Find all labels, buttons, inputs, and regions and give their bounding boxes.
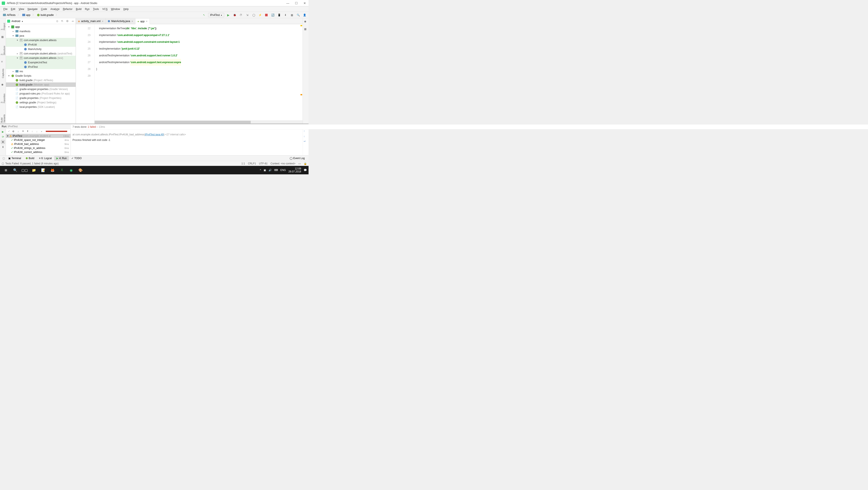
- attach-button[interactable]: ⇲: [245, 13, 250, 18]
- sdk-button[interactable]: ⬇: [283, 13, 288, 18]
- menu-view[interactable]: View: [17, 7, 26, 11]
- instant-run-button[interactable]: ⚡: [258, 13, 262, 18]
- menu-run[interactable]: Run: [83, 7, 91, 11]
- device-explorer-strip-icon[interactable]: ▦: [304, 28, 308, 31]
- excel-button[interactable]: X: [58, 167, 66, 173]
- tree-settings-gradle[interactable]: settings.gradle(Project Settings): [6, 100, 76, 105]
- dump-button[interactable]: ⬇: [1, 145, 5, 149]
- editor-content[interactable]: 22 23 24 25 26 27 28 29 implementation f…: [76, 24, 303, 121]
- tree-ipv4test[interactable]: IPv4Test: [6, 65, 76, 69]
- tray-language[interactable]: ENG: [280, 169, 286, 172]
- lock-icon[interactable]: 🔒: [304, 162, 307, 165]
- captures-strip-icon[interactable]: ◉: [1, 83, 5, 86]
- show-ignored-button[interactable]: ◐: [11, 129, 16, 133]
- chevron-down-icon[interactable]: [22, 20, 23, 23]
- crumb-module[interactable]: app: [21, 13, 32, 17]
- user-icon[interactable]: 👤: [302, 13, 307, 18]
- menu-edit[interactable]: Edit: [9, 7, 17, 11]
- minimize-button[interactable]: —: [286, 1, 290, 5]
- notepad-button[interactable]: 📝: [39, 167, 48, 173]
- error-stripe[interactable]: [300, 24, 303, 121]
- editor-tab-activity-main[interactable]: activity_main.xml✕: [76, 19, 106, 24]
- avd-button[interactable]: 📱: [277, 13, 281, 18]
- scrollbar-thumb[interactable]: [94, 121, 251, 124]
- tray-keyboard-icon[interactable]: ⌨: [274, 169, 278, 172]
- prev-failed-button[interactable]: ↑: [30, 129, 34, 133]
- menu-help[interactable]: Help: [122, 7, 130, 11]
- tray-notifications-icon[interactable]: 💬: [304, 169, 307, 172]
- menu-code[interactable]: Code: [39, 7, 49, 11]
- tray-chevron-icon[interactable]: ^: [260, 169, 261, 172]
- paint-button[interactable]: 🎨: [76, 167, 85, 173]
- tab-build-variants[interactable]: Build Variants: [0, 108, 6, 124]
- taskbar-clock[interactable]: 12:09 29.07.2018: [288, 167, 301, 173]
- tab-captures[interactable]: Captures: [1, 68, 5, 79]
- tree-manifests[interactable]: ▸manifests: [6, 29, 76, 33]
- tab-build[interactable]: ⬢Build: [24, 156, 36, 161]
- tree-exampleunit[interactable]: ExampleUnitTest: [6, 60, 76, 65]
- rerun-button[interactable]: ▶: [1, 130, 5, 134]
- warning-marker[interactable]: [301, 94, 302, 95]
- tree-gradle-scripts[interactable]: ▼Gradle Scripts: [6, 73, 76, 78]
- show-passed-button[interactable]: ✓: [7, 129, 11, 133]
- crumb-project[interactable]: AllTests: [2, 13, 17, 17]
- close-tab-icon[interactable]: ✕: [102, 20, 103, 23]
- collapse-all-icon[interactable]: ⇱: [60, 19, 64, 23]
- search-icon[interactable]: [296, 13, 301, 18]
- scroll-from-source-icon[interactable]: ⊙: [55, 19, 59, 23]
- tree-gradle-props[interactable]: gradle.properties(Project Properties): [6, 96, 76, 100]
- tray-volume-icon[interactable]: 🔊: [269, 169, 272, 172]
- tree-java[interactable]: ▼java: [6, 33, 76, 38]
- test-tree[interactable]: ▼⚠ IPv4Test (com.example.student.al13ms …: [6, 134, 70, 155]
- close-tab-icon[interactable]: ✕: [131, 20, 133, 23]
- project-view-mode[interactable]: Android: [11, 20, 20, 23]
- scroll-down-button[interactable]: ↓: [304, 135, 308, 139]
- task-view-button[interactable]: ▢▢: [20, 167, 29, 173]
- test-item[interactable]: ✓ IPv4Util_strings_in_address0ms: [6, 146, 70, 150]
- run-button[interactable]: ▶: [226, 13, 230, 18]
- tab-run[interactable]: ▶4: Run: [54, 156, 69, 161]
- menu-build[interactable]: Build: [74, 7, 83, 11]
- start-button[interactable]: ⊞: [2, 167, 10, 173]
- tree-pkg-test[interactable]: ▼com.example.student.alltests(test): [6, 56, 76, 60]
- menu-window[interactable]: Window: [109, 7, 122, 11]
- export-button[interactable]: »: [39, 129, 44, 133]
- code-body[interactable]: implementation fileTree(dir: 'libs', inc…: [94, 24, 303, 121]
- tree-ipv4util[interactable]: IPv4Util: [6, 42, 76, 47]
- tree-res[interactable]: ▸res: [6, 69, 76, 73]
- tab-structure[interactable]: 2: Structure: [0, 43, 6, 56]
- tree-build-gradle-mod[interactable]: build.gradle(Module: app): [6, 83, 76, 87]
- collapse-all-button[interactable]: ⬆: [25, 129, 30, 133]
- menu-refactor[interactable]: Refactor: [61, 7, 74, 11]
- debug-button[interactable]: 🐞: [232, 13, 237, 18]
- test-root[interactable]: ▼⚠ IPv4Test (com.example.student.al13ms: [6, 134, 70, 138]
- gradle-strip-icon[interactable]: ◉: [304, 20, 308, 23]
- hide-panel-icon[interactable]: ⇥: [70, 19, 74, 23]
- menu-analyze[interactable]: Analyze: [49, 7, 61, 11]
- firefox-button[interactable]: 🦊: [48, 167, 57, 173]
- soft-wrap-button[interactable]: ↩: [304, 140, 308, 144]
- tree-mainactivity[interactable]: MainActivity: [6, 47, 76, 51]
- menu-vcs[interactable]: VCS: [101, 7, 110, 11]
- tree-build-gradle-proj[interactable]: build.gradle(Project: AllTests): [6, 78, 76, 83]
- memory-indicator[interactable]: ▭: [299, 162, 301, 165]
- maximize-button[interactable]: ☐: [294, 1, 299, 5]
- close-tab-icon[interactable]: ✕: [146, 20, 148, 23]
- tree-app[interactable]: ▼app: [6, 25, 76, 29]
- test-item[interactable]: ✓ IPv4Util_space_not_integer4ms: [6, 138, 70, 142]
- file-encoding[interactable]: UTF-8‡: [259, 162, 268, 165]
- android-studio-button[interactable]: ◉: [67, 167, 75, 173]
- tab-todo[interactable]: ✓TODO: [69, 156, 84, 161]
- tray-network-icon[interactable]: ▣: [264, 169, 266, 172]
- stack-link[interactable]: IPv4Test.java:49: [145, 133, 164, 136]
- menu-file[interactable]: File: [2, 7, 9, 11]
- sync-button[interactable]: 🔄: [270, 13, 275, 18]
- caret-position[interactable]: 1:1: [241, 162, 245, 165]
- scroll-up-button[interactable]: ↑: [304, 130, 308, 134]
- menu-tools[interactable]: Tools: [91, 7, 101, 11]
- horizontal-scrollbar[interactable]: [94, 121, 303, 124]
- search-button[interactable]: 🔍: [11, 167, 20, 173]
- stop-button[interactable]: [264, 13, 269, 18]
- structure-button[interactable]: ▦: [289, 13, 294, 18]
- console-output[interactable]: 7 tests done: 1 failed – 13ms at com.exa…: [71, 129, 303, 155]
